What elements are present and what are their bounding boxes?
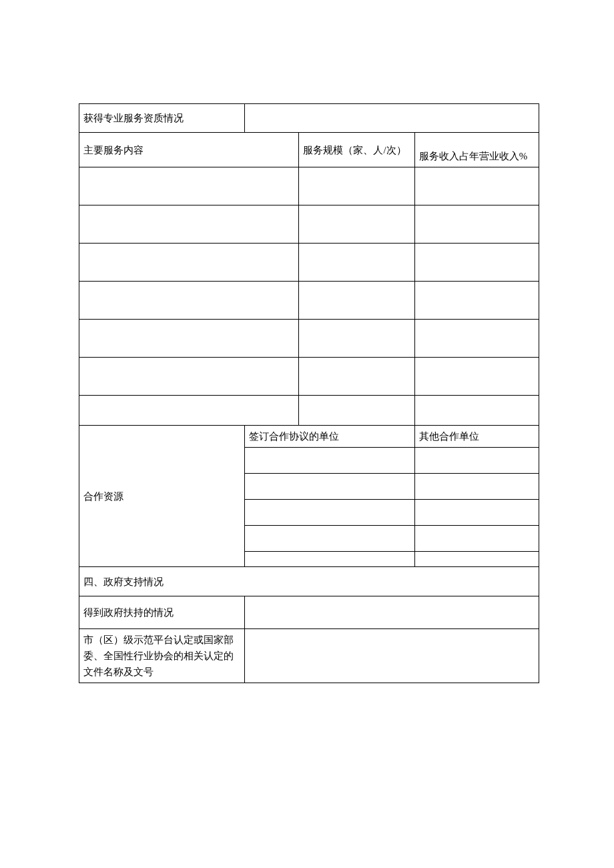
service-content[interactable] — [79, 282, 299, 320]
service-revpct[interactable] — [414, 205, 539, 244]
coop-signed[interactable] — [245, 552, 414, 567]
cert-doc-value[interactable] — [245, 629, 539, 683]
service-row — [79, 244, 539, 282]
service-scale[interactable] — [299, 167, 414, 205]
service-revpct[interactable] — [414, 282, 539, 320]
service-scale[interactable] — [299, 320, 414, 358]
service-content[interactable] — [79, 244, 299, 282]
section4-row: 四、政府支持情况 — [79, 567, 539, 596]
service-revpct[interactable] — [414, 396, 539, 426]
service-row — [79, 167, 539, 205]
coop-other[interactable] — [414, 474, 539, 500]
service-scale[interactable] — [299, 244, 414, 282]
service-row — [79, 320, 539, 358]
cooperation-label: 合作资源 — [79, 426, 245, 567]
service-revpct[interactable] — [414, 167, 539, 205]
service-row — [79, 358, 539, 396]
gov-support-label: 得到政府扶持的情况 — [79, 596, 245, 629]
service-header-row: 主要服务内容 服务规模（家、人/次） 服务收入占年营业收入% — [79, 133, 539, 167]
cert-doc-row: 市（区）级示范平台认定或国家部委、全国性行业协会的相关认定的文件名称及文号 — [79, 629, 539, 683]
cooperation-header-row: 合作资源 签订合作协议的单位 其他合作单位 — [79, 426, 539, 448]
service-revpct-header: 服务收入占年营业收入% — [414, 133, 539, 167]
coop-signed-header: 签订合作协议的单位 — [245, 426, 414, 448]
service-scale-header: 服务规模（家、人/次） — [299, 133, 414, 167]
coop-signed[interactable] — [245, 500, 414, 526]
coop-signed[interactable] — [245, 448, 414, 474]
qualification-label: 获得专业服务资质情况 — [79, 104, 245, 133]
service-revpct[interactable] — [414, 320, 539, 358]
service-row — [79, 396, 539, 426]
service-scale[interactable] — [299, 282, 414, 320]
service-scale[interactable] — [299, 358, 414, 396]
coop-signed[interactable] — [245, 526, 414, 552]
service-content[interactable] — [79, 396, 299, 426]
form-table: 获得专业服务资质情况 主要服务内容 服务规模（家、人/次） 服务收入占年营业收入… — [79, 103, 539, 683]
service-scale[interactable] — [299, 205, 414, 244]
service-row — [79, 282, 539, 320]
service-content[interactable] — [79, 167, 299, 205]
form-page: 获得专业服务资质情况 主要服务内容 服务规模（家、人/次） 服务收入占年营业收入… — [79, 103, 539, 683]
coop-other[interactable] — [414, 448, 539, 474]
service-main-header: 主要服务内容 — [79, 133, 299, 167]
qualification-row: 获得专业服务资质情况 — [79, 104, 539, 133]
service-revpct[interactable] — [414, 244, 539, 282]
gov-support-value[interactable] — [245, 596, 539, 629]
section4-title: 四、政府支持情况 — [79, 567, 539, 596]
service-scale[interactable] — [299, 396, 414, 426]
qualification-value[interactable] — [245, 104, 539, 133]
coop-other[interactable] — [414, 526, 539, 552]
coop-other[interactable] — [414, 552, 539, 567]
service-revpct[interactable] — [414, 358, 539, 396]
cert-doc-label: 市（区）级示范平台认定或国家部委、全国性行业协会的相关认定的文件名称及文号 — [79, 629, 245, 683]
service-content[interactable] — [79, 205, 299, 244]
coop-other-header: 其他合作单位 — [414, 426, 539, 448]
coop-signed[interactable] — [245, 474, 414, 500]
gov-support-row: 得到政府扶持的情况 — [79, 596, 539, 629]
coop-other[interactable] — [414, 500, 539, 526]
service-content[interactable] — [79, 320, 299, 358]
service-row — [79, 205, 539, 244]
service-content[interactable] — [79, 358, 299, 396]
